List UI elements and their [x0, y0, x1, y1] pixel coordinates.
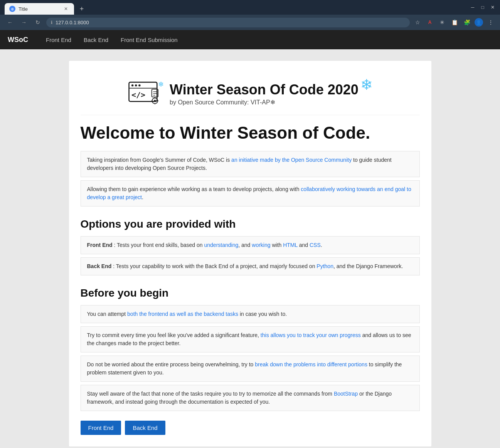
main-card: </> ❄ Winter Season Of Code 2020 by Open…	[69, 61, 431, 446]
extension-icon2[interactable]: 📋	[450, 18, 459, 27]
front-end-button[interactable]: Front End	[81, 421, 121, 435]
begin-text-3: Do not be worried about the entire proce…	[87, 361, 402, 376]
option-box-2: Back End : Tests your capability to work…	[81, 257, 420, 275]
nav-brand[interactable]: WSoC	[8, 36, 28, 44]
svg-point-3	[138, 84, 140, 86]
intro-box-1: Taking inspiration from Google's Summer …	[81, 151, 420, 177]
before-begin-heading: Before you begin	[81, 287, 420, 299]
logo-icon: </> ❄	[127, 80, 166, 107]
option-box-1: Front End : Tests your front end skills,…	[81, 236, 420, 254]
window-controls: ─ □ ✕	[470, 5, 495, 13]
menu-icon[interactable]: ⋮	[486, 18, 495, 27]
maximize-button[interactable]: □	[480, 5, 485, 10]
nav-link-backend[interactable]: Back End	[77, 31, 114, 49]
toolbar-icons: ☆ A ✳ 📋 🧩 👤 ⋮	[413, 18, 495, 27]
forward-button[interactable]: →	[19, 17, 29, 28]
logo-title: Winter Season Of Code 2020	[170, 82, 359, 98]
begin-text-2: Try to commit every time you feel like y…	[87, 332, 411, 346]
begin-text-1: You can attempt both the frontend as wel…	[87, 311, 287, 317]
close-button[interactable]: ✕	[490, 5, 495, 10]
title-bar: ⊕ Title ✕ + ─ □ ✕	[0, 0, 500, 15]
nav-link-frontend-submission[interactable]: Front End Submission	[114, 31, 184, 49]
svg-point-2	[135, 84, 137, 86]
button-row: Front End Back End	[81, 421, 420, 435]
back-end-button[interactable]: Back End	[125, 421, 165, 435]
svg-point-11	[154, 100, 156, 102]
app-navbar: WSoC Front End Back End Front End Submis…	[0, 30, 500, 49]
pdf-icon[interactable]: A	[425, 18, 434, 27]
intro-text-1: Taking inspiration from Google's Summer …	[87, 157, 392, 171]
svg-text:</>: </>	[131, 90, 145, 99]
page-content: </> ❄ Winter Season Of Code 2020 by Open…	[0, 49, 500, 448]
nav-link-frontend[interactable]: Front End	[40, 31, 77, 49]
url-text: 127.0.0.1:8000	[56, 20, 89, 25]
begin-box-2: Try to commit every time you feel like y…	[81, 326, 420, 352]
tab-close-button[interactable]: ✕	[62, 5, 69, 12]
intro-box-2: Allowing them to gain experience while w…	[81, 180, 420, 206]
minimize-button[interactable]: ─	[470, 5, 475, 10]
tab-favicon: ⊕	[9, 6, 15, 12]
option-text-2: Back End : Tests your capability to work…	[87, 263, 403, 269]
welcome-heading: Welcome to Winter Season of Code.	[81, 123, 420, 143]
option-text-1: Front End : Tests your front end skills,…	[87, 242, 322, 248]
tab-title: Title	[19, 6, 59, 12]
intro-text-2: Allowing them to gain experience while w…	[87, 186, 411, 200]
svg-point-1	[131, 84, 133, 86]
logo-text-area: Winter Season Of Code 2020 by Open Sourc…	[170, 82, 359, 106]
begin-box-1: You can attempt both the frontend as wel…	[81, 305, 420, 323]
options-heading: Options you are provided with	[81, 218, 420, 230]
begin-box-4: Stay well aware of the fact that none of…	[81, 385, 420, 411]
refresh-button[interactable]: ↻	[32, 17, 43, 28]
bookmark-icon[interactable]: ☆	[413, 18, 422, 27]
begin-text-4: Stay well aware of the fact that none of…	[87, 391, 392, 405]
extension-icon3[interactable]: 🧩	[462, 18, 471, 27]
begin-box-3: Do not be worried about the entire proce…	[81, 356, 420, 382]
logo-area: </> ❄ Winter Season Of Code 2020 by Open…	[81, 72, 420, 115]
back-button[interactable]: ←	[5, 17, 15, 28]
browser-toolbar: ← → ↻ ℹ 127.0.0.1:8000 ☆ A ✳ 📋 🧩 👤 ⋮	[0, 15, 500, 30]
address-bar[interactable]: ℹ 127.0.0.1:8000	[46, 18, 410, 27]
secure-icon: ℹ	[51, 20, 52, 25]
new-tab-button[interactable]: +	[77, 4, 86, 13]
logo-subtitle: by Open Source Community: VIT-AP❄	[170, 99, 359, 106]
profile-icon[interactable]: 👤	[475, 18, 483, 27]
browser-chrome: ⊕ Title ✕ + ─ □ ✕ ← → ↻ ℹ 127.0.0.1:8000…	[0, 0, 500, 30]
browser-tab[interactable]: ⊕ Title ✕	[5, 3, 74, 15]
extension-icon1[interactable]: ✳	[438, 18, 447, 27]
snowflake-icon: ❄	[360, 76, 373, 93]
svg-text:❄: ❄	[158, 81, 164, 88]
